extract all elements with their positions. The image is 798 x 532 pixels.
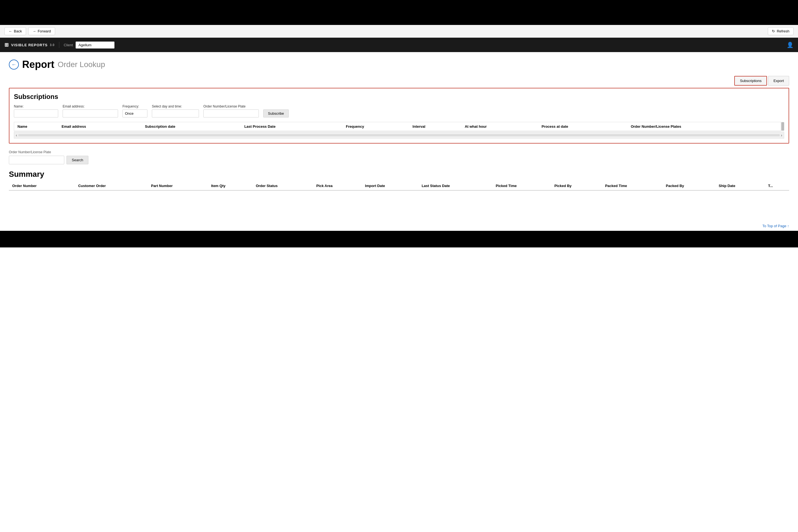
subscriptions-table-wrapper[interactable]: Name Email address Subscription date Las… (14, 122, 784, 131)
summary-title: Summary (9, 170, 789, 179)
black-bar-top (0, 0, 798, 25)
back-label: Back (14, 29, 22, 33)
sum-col-picked-by: Picked By (551, 182, 602, 190)
refresh-icon: ↻ (772, 29, 775, 33)
order-label: Order Number/License Plate (203, 104, 259, 108)
summary-section: Summary Order Number Customer Order Part… (9, 170, 789, 191)
col-order-plates: Order Number/License Plates (627, 122, 781, 131)
col-last-process: Last Process Date (241, 122, 343, 131)
app-logo: ⊞ VISIBLE REPORTS 3.0 (4, 42, 59, 48)
subscriptions-form: Name: Email address: Frequency: Select d… (14, 104, 784, 117)
horizontal-scrollbar[interactable]: ‹ › (14, 132, 784, 138)
search-section: Order Number/License Plate Search (9, 150, 789, 164)
summary-header-row: Order Number Customer Order Part Number … (9, 182, 789, 190)
scroll-left-arrow[interactable]: ‹ (16, 133, 17, 137)
subscribe-label: Subscribe (268, 111, 284, 116)
sum-col-ship-date: Ship Date (716, 182, 765, 190)
page-title-sub: Order Lookup (58, 60, 105, 69)
col-name: Name (14, 122, 58, 131)
sum-col-import-date: Import Date (362, 182, 418, 190)
sum-col-packed-time: Packed Time (602, 182, 663, 190)
to-top-link[interactable]: To Top of Page ↑ (762, 224, 789, 228)
summary-table: Order Number Customer Order Part Number … (9, 182, 789, 191)
search-label-text: Search (72, 158, 83, 162)
sum-col-packed-by: Packed By (663, 182, 716, 190)
summary-table-wrapper[interactable]: Order Number Customer Order Part Number … (9, 182, 789, 191)
table-header-row: Name Email address Subscription date Las… (14, 122, 781, 131)
sum-col-part-number: Part Number (148, 182, 208, 190)
forward-label: Forward (38, 29, 51, 33)
subscriptions-title: Subscriptions (14, 93, 784, 100)
sum-col-customer-order: Customer Order (75, 182, 148, 190)
scrollbar-track (18, 134, 780, 136)
scroll-right-arrow[interactable]: › (781, 133, 782, 137)
email-label: Email address: (63, 104, 118, 108)
day-group: Select day and time: (152, 104, 199, 117)
subscriptions-tab-button[interactable]: Subscriptions (734, 76, 767, 86)
order-input[interactable] (203, 110, 259, 117)
col-email: Email address (58, 122, 141, 131)
to-top-row: To Top of Page ↑ (0, 218, 798, 231)
search-input[interactable] (9, 156, 64, 164)
col-hour: At what hour (461, 122, 538, 131)
black-bar-bottom (0, 231, 798, 247)
logo-text: VISIBLE REPORTS (11, 43, 48, 47)
action-buttons-row: Subscriptions Export (9, 76, 789, 86)
col-sub-date: Subscription date (141, 122, 241, 131)
search-row: Search (9, 156, 789, 164)
sum-col-more: T... (765, 182, 789, 190)
sum-col-last-status-date: Last Status Date (418, 182, 492, 190)
sum-col-order-number: Order Number (9, 182, 75, 190)
nav-buttons: ← Back → Forward (4, 27, 55, 35)
subscriptions-tab-label: Subscriptions (740, 79, 761, 83)
subscribe-button[interactable]: Subscribe (263, 110, 289, 117)
frequency-group: Frequency: (122, 104, 147, 117)
day-input[interactable] (152, 110, 199, 117)
back-arrow-icon: ← (8, 29, 12, 33)
frequency-label: Frequency: (122, 104, 147, 108)
back-button[interactable]: ← Back (4, 27, 26, 35)
export-label: Export (773, 79, 784, 83)
sum-col-picked-time: Picked Time (492, 182, 551, 190)
refresh-label: Refresh (777, 29, 790, 33)
subscriptions-table: Name Email address Subscription date Las… (14, 122, 781, 131)
to-top-arrow-icon: ↑ (787, 224, 790, 228)
logo-icon: ⊞ (4, 42, 9, 48)
vertical-scrollbar[interactable] (781, 122, 784, 131)
sum-col-item-qty: Item Qty (208, 182, 252, 190)
page-title-main: Report (22, 59, 54, 70)
name-input[interactable] (14, 110, 58, 117)
sum-col-pick-area: Pick Area (313, 182, 362, 190)
page-content: ← Report Order Lookup Subscriptions Expo… (0, 52, 798, 218)
order-group: Order Number/License Plate (203, 104, 259, 117)
day-label: Select day and time: (152, 104, 199, 108)
name-label: Name: (14, 104, 58, 108)
client-input[interactable] (76, 41, 114, 49)
search-button[interactable]: Search (66, 156, 89, 164)
to-top-label: To Top of Page (762, 224, 786, 228)
page-title-row: ← Report Order Lookup (9, 59, 789, 70)
frequency-input[interactable] (122, 110, 147, 117)
col-interval: Interval (409, 122, 461, 131)
refresh-button[interactable]: ↻ Refresh (768, 27, 794, 35)
client-label: Client (64, 43, 73, 47)
export-button[interactable]: Export (768, 76, 789, 86)
subscriptions-panel: Subscriptions Name: Email address: Frequ… (9, 88, 789, 144)
sum-col-order-status: Order Status (252, 182, 313, 190)
app-header: ⊞ VISIBLE REPORTS 3.0 Client 👤 (0, 38, 798, 52)
name-group: Name: (14, 104, 58, 117)
user-icon[interactable]: 👤 (787, 41, 794, 48)
browser-toolbar: ← Back → Forward ↻ Refresh (0, 25, 798, 38)
version-badge: 3.0 (50, 43, 55, 46)
client-section: Client (59, 41, 114, 49)
email-group: Email address: (63, 104, 118, 117)
scrollbar-thumb (781, 122, 784, 131)
col-process-date: Process at date (538, 122, 627, 131)
forward-button[interactable]: → Forward (28, 27, 55, 35)
search-field-label: Order Number/License Plate (9, 150, 789, 154)
col-frequency: Frequency (342, 122, 409, 131)
back-circle-button[interactable]: ← (9, 60, 19, 70)
subscriptions-table-container: Name Email address Subscription date Las… (14, 122, 784, 131)
email-input[interactable] (63, 110, 118, 117)
forward-arrow-icon: → (33, 29, 36, 33)
